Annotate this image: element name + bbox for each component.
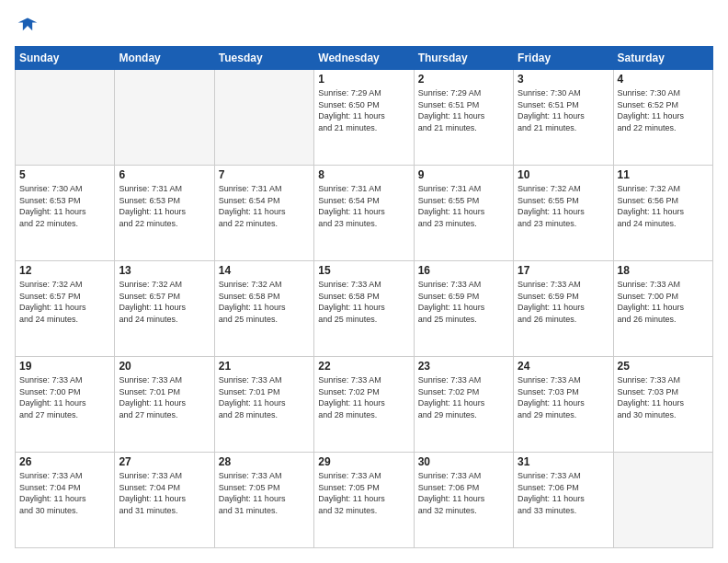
day-number: 24 [518,360,609,373]
weekday-header-sunday: Sunday [16,47,115,70]
weekday-header-row: SundayMondayTuesdayWednesdayThursdayFrid… [16,47,713,70]
day-info: Sunrise: 7:30 AM Sunset: 6:52 PM Dayligh… [618,87,709,133]
calendar-table: SundayMondayTuesdayWednesdayThursdayFrid… [15,46,713,548]
day-cell: 5Sunrise: 7:30 AM Sunset: 6:53 PM Daylig… [16,166,115,261]
day-info: Sunrise: 7:33 AM Sunset: 6:58 PM Dayligh… [318,279,409,325]
day-number: 16 [418,264,509,277]
week-row-3: 12Sunrise: 7:32 AM Sunset: 6:57 PM Dayli… [16,261,713,357]
day-number: 12 [19,264,110,277]
day-number: 1 [318,73,409,86]
day-number: 23 [418,360,509,373]
day-cell: 27Sunrise: 7:33 AM Sunset: 7:04 PM Dayli… [115,453,214,548]
day-number: 13 [119,264,210,277]
week-row-2: 5Sunrise: 7:30 AM Sunset: 6:53 PM Daylig… [16,166,713,261]
day-cell: 14Sunrise: 7:32 AM Sunset: 6:58 PM Dayli… [214,261,313,357]
day-number: 11 [618,168,709,181]
day-cell: 16Sunrise: 7:33 AM Sunset: 6:59 PM Dayli… [414,261,513,357]
day-number: 14 [219,264,310,277]
svg-marker-0 [18,17,38,30]
day-cell: 22Sunrise: 7:33 AM Sunset: 7:02 PM Dayli… [314,357,414,453]
day-info: Sunrise: 7:33 AM Sunset: 6:59 PM Dayligh… [518,279,609,325]
week-row-5: 26Sunrise: 7:33 AM Sunset: 7:04 PM Dayli… [16,453,713,548]
day-info: Sunrise: 7:29 AM Sunset: 6:51 PM Dayligh… [418,87,509,133]
day-info: Sunrise: 7:33 AM Sunset: 7:04 PM Dayligh… [119,470,210,516]
day-info: Sunrise: 7:32 AM Sunset: 6:57 PM Dayligh… [19,279,110,325]
day-info: Sunrise: 7:33 AM Sunset: 6:59 PM Dayligh… [418,279,509,325]
day-cell: 20Sunrise: 7:33 AM Sunset: 7:01 PM Dayli… [115,357,214,453]
day-cell [214,70,313,166]
day-cell: 4Sunrise: 7:30 AM Sunset: 6:52 PM Daylig… [613,70,712,166]
weekday-header-friday: Friday [514,47,613,70]
logo [15,15,39,37]
day-info: Sunrise: 7:31 AM Sunset: 6:53 PM Dayligh… [119,183,210,229]
day-cell: 7Sunrise: 7:31 AM Sunset: 6:54 PM Daylig… [214,166,313,261]
day-number: 25 [618,360,709,373]
day-number: 29 [318,455,409,468]
week-row-1: 1Sunrise: 7:29 AM Sunset: 6:50 PM Daylig… [16,70,713,166]
weekday-header-thursday: Thursday [414,47,513,70]
weekday-header-monday: Monday [115,47,214,70]
day-number: 15 [318,264,409,277]
day-cell: 17Sunrise: 7:33 AM Sunset: 6:59 PM Dayli… [514,261,613,357]
day-info: Sunrise: 7:33 AM Sunset: 7:02 PM Dayligh… [318,374,409,420]
day-number: 6 [119,168,210,181]
day-number: 8 [318,168,409,181]
day-cell: 12Sunrise: 7:32 AM Sunset: 6:57 PM Dayli… [16,261,115,357]
day-number: 30 [418,455,509,468]
day-info: Sunrise: 7:31 AM Sunset: 6:55 PM Dayligh… [418,183,509,229]
day-info: Sunrise: 7:33 AM Sunset: 7:03 PM Dayligh… [618,374,709,420]
day-cell: 2Sunrise: 7:29 AM Sunset: 6:51 PM Daylig… [414,70,513,166]
day-number: 17 [518,264,609,277]
day-cell: 18Sunrise: 7:33 AM Sunset: 7:00 PM Dayli… [613,261,712,357]
day-number: 26 [19,455,110,468]
day-cell: 11Sunrise: 7:32 AM Sunset: 6:56 PM Dayli… [613,166,712,261]
day-cell: 25Sunrise: 7:33 AM Sunset: 7:03 PM Dayli… [613,357,712,453]
day-number: 18 [618,264,709,277]
page: SundayMondayTuesdayWednesdayThursdayFrid… [0,0,728,563]
day-cell: 1Sunrise: 7:29 AM Sunset: 6:50 PM Daylig… [314,70,414,166]
day-cell: 15Sunrise: 7:33 AM Sunset: 6:58 PM Dayli… [314,261,414,357]
day-info: Sunrise: 7:33 AM Sunset: 7:06 PM Dayligh… [418,470,509,516]
day-info: Sunrise: 7:33 AM Sunset: 7:00 PM Dayligh… [19,374,110,420]
day-cell [613,453,712,548]
day-number: 4 [618,73,709,86]
day-number: 10 [518,168,609,181]
day-info: Sunrise: 7:33 AM Sunset: 7:05 PM Dayligh… [219,470,310,516]
header [15,15,713,37]
day-info: Sunrise: 7:32 AM Sunset: 6:57 PM Dayligh… [119,279,210,325]
day-cell: 21Sunrise: 7:33 AM Sunset: 7:01 PM Dayli… [214,357,313,453]
day-number: 22 [318,360,409,373]
day-number: 5 [19,168,110,181]
day-number: 20 [119,360,210,373]
day-number: 19 [19,360,110,373]
day-cell: 19Sunrise: 7:33 AM Sunset: 7:00 PM Dayli… [16,357,115,453]
logo-icon [17,15,39,37]
day-cell: 31Sunrise: 7:33 AM Sunset: 7:06 PM Dayli… [514,453,613,548]
day-cell: 26Sunrise: 7:33 AM Sunset: 7:04 PM Dayli… [16,453,115,548]
day-info: Sunrise: 7:33 AM Sunset: 7:03 PM Dayligh… [518,374,609,420]
day-info: Sunrise: 7:31 AM Sunset: 6:54 PM Dayligh… [219,183,310,229]
day-number: 2 [418,73,509,86]
day-info: Sunrise: 7:33 AM Sunset: 7:01 PM Dayligh… [119,374,210,420]
day-cell: 29Sunrise: 7:33 AM Sunset: 7:05 PM Dayli… [314,453,414,548]
day-info: Sunrise: 7:33 AM Sunset: 7:05 PM Dayligh… [318,470,409,516]
day-cell: 10Sunrise: 7:32 AM Sunset: 6:55 PM Dayli… [514,166,613,261]
day-info: Sunrise: 7:32 AM Sunset: 6:55 PM Dayligh… [518,183,609,229]
day-info: Sunrise: 7:32 AM Sunset: 6:58 PM Dayligh… [219,279,310,325]
day-cell: 30Sunrise: 7:33 AM Sunset: 7:06 PM Dayli… [414,453,513,548]
day-info: Sunrise: 7:31 AM Sunset: 6:54 PM Dayligh… [318,183,409,229]
day-cell: 6Sunrise: 7:31 AM Sunset: 6:53 PM Daylig… [115,166,214,261]
week-row-4: 19Sunrise: 7:33 AM Sunset: 7:00 PM Dayli… [16,357,713,453]
day-info: Sunrise: 7:33 AM Sunset: 7:04 PM Dayligh… [19,470,110,516]
day-number: 28 [219,455,310,468]
day-info: Sunrise: 7:32 AM Sunset: 6:56 PM Dayligh… [618,183,709,229]
day-cell: 24Sunrise: 7:33 AM Sunset: 7:03 PM Dayli… [514,357,613,453]
day-info: Sunrise: 7:29 AM Sunset: 6:50 PM Dayligh… [318,87,409,133]
day-cell: 13Sunrise: 7:32 AM Sunset: 6:57 PM Dayli… [115,261,214,357]
day-number: 7 [219,168,310,181]
day-number: 3 [518,73,609,86]
day-cell [16,70,115,166]
day-cell: 28Sunrise: 7:33 AM Sunset: 7:05 PM Dayli… [214,453,313,548]
day-info: Sunrise: 7:30 AM Sunset: 6:51 PM Dayligh… [518,87,609,133]
day-cell: 8Sunrise: 7:31 AM Sunset: 6:54 PM Daylig… [314,166,414,261]
